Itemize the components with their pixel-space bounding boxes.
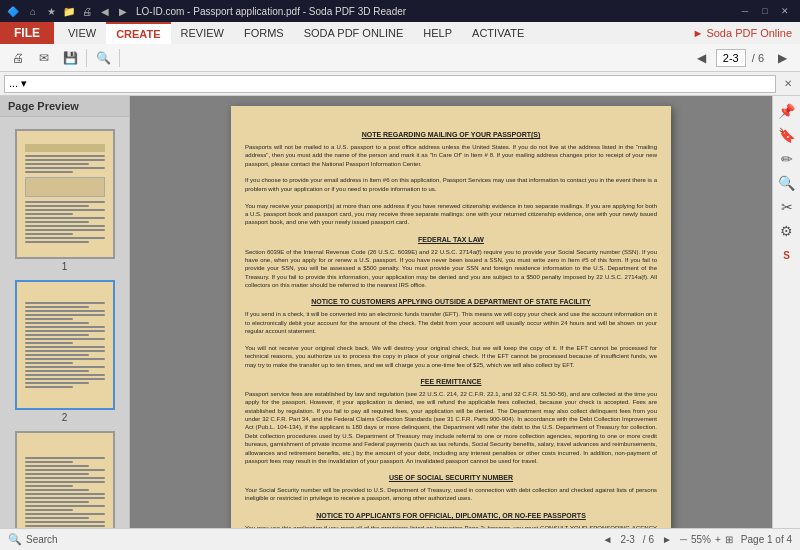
tab-help[interactable]: HELP <box>413 22 462 44</box>
address-field[interactable]: ... ▾ <box>4 75 776 93</box>
status-page-total: / 6 <box>643 534 654 545</box>
zoom-minus-button[interactable]: ─ <box>680 534 687 545</box>
file-menu-button[interactable]: FILE <box>0 22 54 44</box>
thumb-image-2 <box>15 280 115 410</box>
section-title-customers: NOTICE TO CUSTOMERS APPLYING OUTSIDE A D… <box>245 297 657 307</box>
status-left: 🔍 Search <box>8 533 595 546</box>
tab-review[interactable]: REVIEW <box>171 22 234 44</box>
address-close-button[interactable]: ✕ <box>780 78 796 89</box>
para-ssn: Your Social Security number will be prov… <box>245 486 657 503</box>
prev-page-toolbar-button[interactable]: ◀ <box>690 46 714 70</box>
print-icon[interactable]: 🖨 <box>80 4 94 18</box>
folder-icon[interactable]: 📁 <box>62 4 76 18</box>
section-title-official: NOTICE TO APPLICANTS FOR OFFICIAL, DIPLO… <box>245 511 657 521</box>
rp-soda-icon[interactable]: S <box>776 244 798 266</box>
page-input[interactable] <box>716 49 746 67</box>
page-total: / 6 <box>748 52 768 64</box>
email-toolbar-button[interactable]: ✉ <box>32 46 56 70</box>
status-search-icon: 🔍 <box>8 533 22 546</box>
page-thumbnail-2[interactable]: 2 <box>4 280 125 423</box>
address-path: ... ▾ <box>9 77 27 90</box>
section-title-ssn: USE OF SOCIAL SECURITY NUMBER <box>245 473 657 483</box>
tab-forms[interactable]: FORMS <box>234 22 294 44</box>
forward-icon[interactable]: ▶ <box>116 4 130 18</box>
status-next-button[interactable]: ► <box>662 534 672 545</box>
save-toolbar-button[interactable]: 💾 <box>58 46 82 70</box>
page-count-label: Page 1 of 4 <box>741 534 792 545</box>
para-fee: Passport service fees are established by… <box>245 390 657 466</box>
para-tax: Section 6039E of the Internal Revenue Co… <box>245 248 657 290</box>
home-icon[interactable]: ⌂ <box>26 4 40 18</box>
status-bar: 🔍 Search ◄ 2-3 / 6 ► ─ 55% + ⊞ Page 1 of… <box>0 528 800 550</box>
para-mailing: Passports will not be mailed to a U.S. p… <box>245 143 657 227</box>
toolbar-separator-1 <box>86 49 87 67</box>
star-icon[interactable]: ★ <box>44 4 58 18</box>
sidebar-header: Page Preview <box>0 96 129 117</box>
tab-view[interactable]: VIEW <box>58 22 106 44</box>
ribbon: FILE VIEW CREATE REVIEW FORMS SODA PDF O… <box>0 22 800 44</box>
window-title: LO-ID.com - Passport application.pdf - S… <box>136 6 406 17</box>
title-bar: 🔷 ⌂ ★ 📁 🖨 ◀ ▶ LO-ID.com - Passport appli… <box>0 0 800 22</box>
toolbar: 🖨 ✉ 💾 🔍 ◀ / 6 ▶ <box>0 44 800 72</box>
tab-create[interactable]: CREATE <box>106 22 170 44</box>
main-area: Page Preview <box>0 96 800 528</box>
toolbar-nav: ◀ / 6 ▶ <box>690 46 794 70</box>
prev-icon: ◄ <box>603 534 613 545</box>
status-page-nav: 2-3 <box>620 534 634 545</box>
page-preview-sidebar: Page Preview <box>0 96 130 528</box>
zoom-plus-button[interactable]: + <box>715 534 721 545</box>
minimize-button[interactable]: ─ <box>736 4 754 18</box>
rp-bookmark-icon[interactable]: 🔖 <box>776 124 798 146</box>
page-thumbnail-1[interactable]: 1 <box>4 129 125 272</box>
section-title-fee: FEE REMITTANCE <box>245 377 657 387</box>
rp-scissors-icon[interactable]: ✂ <box>776 196 798 218</box>
toolbar-separator-2 <box>119 49 120 67</box>
para-official: You may use this application if you meet… <box>245 524 657 528</box>
rp-settings-icon[interactable]: ⚙ <box>776 220 798 242</box>
back-icon[interactable]: ◀ <box>98 4 112 18</box>
tab-soda-online[interactable]: SODA PDF ONLINE <box>294 22 414 44</box>
app-icon: 🔷 <box>6 4 20 18</box>
rp-pin-icon[interactable]: 📌 <box>776 100 798 122</box>
rp-edit-icon[interactable]: ✏ <box>776 148 798 170</box>
status-right: ◄ 2-3 / 6 ► ─ 55% + ⊞ Page 1 of 4 <box>603 534 793 545</box>
address-bar: ... ▾ ✕ <box>0 72 800 96</box>
page-thumbnail-3[interactable]: 3 <box>4 431 125 528</box>
soda-online-link[interactable]: ► Soda PDF Online <box>692 22 800 44</box>
ribbon-tabs: VIEW CREATE REVIEW FORMS SODA PDF ONLINE… <box>54 22 692 44</box>
maximize-button[interactable]: □ <box>756 4 774 18</box>
right-panel: 📌 🔖 ✏ 🔍 ✂ ⚙ S <box>772 96 800 528</box>
zoom-value: 55% <box>691 534 711 545</box>
rp-search-icon[interactable]: 🔍 <box>776 172 798 194</box>
thumb-image-3 <box>15 431 115 528</box>
thumb-label-2: 2 <box>62 412 68 423</box>
print-toolbar-button[interactable]: 🖨 <box>6 46 30 70</box>
next-page-toolbar-button[interactable]: ▶ <box>770 46 794 70</box>
fit-button[interactable]: ⊞ <box>725 534 733 545</box>
search-toolbar-button[interactable]: 🔍 <box>91 46 115 70</box>
para-customers: If you send in a check, it will be conve… <box>245 310 657 369</box>
thumb-label-1: 1 <box>62 261 68 272</box>
status-prev-button[interactable]: ◄ <box>603 534 613 545</box>
section-title-mailing: NOTE REGARDING MAILING OF YOUR PASSPORT(… <box>245 130 657 140</box>
next-icon: ► <box>662 534 672 545</box>
close-button[interactable]: ✕ <box>776 4 794 18</box>
pdf-page: NOTE REGARDING MAILING OF YOUR PASSPORT(… <box>231 106 671 528</box>
status-zoom: ─ 55% + ⊞ <box>680 534 733 545</box>
pdf-viewer[interactable]: NOTE REGARDING MAILING OF YOUR PASSPORT(… <box>130 96 772 528</box>
search-label: Search <box>26 534 58 545</box>
thumb-image-1 <box>15 129 115 259</box>
tab-activate[interactable]: ACTIVATE <box>462 22 534 44</box>
section-title-tax: FEDERAL TAX LAW <box>245 235 657 245</box>
